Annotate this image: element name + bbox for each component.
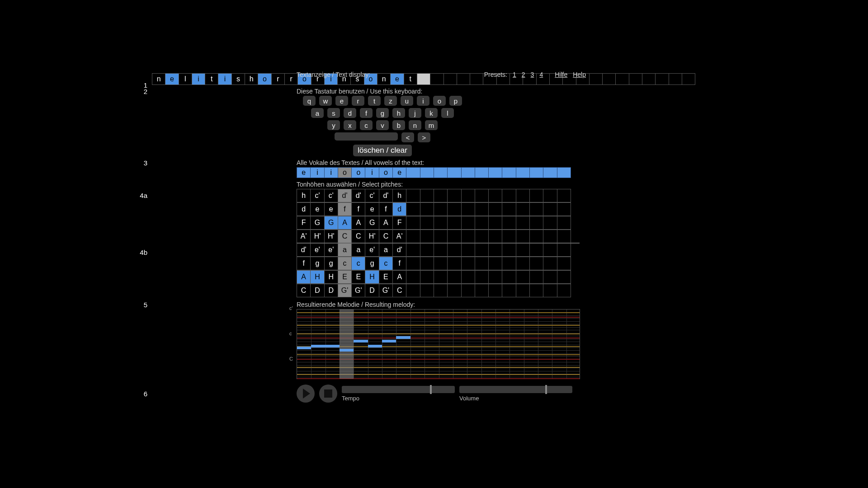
pitch-cell[interactable]: g bbox=[324, 257, 338, 270]
pitch-cell[interactable] bbox=[488, 284, 502, 297]
pitch-cell[interactable] bbox=[420, 270, 434, 284]
key-j[interactable]: j bbox=[409, 108, 421, 118]
pitch-cell[interactable]: d' bbox=[379, 189, 393, 202]
vowel-cell[interactable]: e bbox=[297, 167, 311, 178]
pitch-cell[interactable] bbox=[420, 243, 434, 257]
pitch-cell[interactable] bbox=[447, 284, 461, 297]
pitch-cell[interactable] bbox=[502, 189, 516, 202]
vowel-cell[interactable] bbox=[406, 167, 420, 178]
help-link[interactable]: Help bbox=[573, 71, 586, 78]
pitch-cell[interactable]: e bbox=[324, 202, 338, 216]
pitch-cell[interactable]: G bbox=[324, 216, 338, 230]
pitch-cell[interactable] bbox=[434, 230, 448, 243]
key-v[interactable]: v bbox=[376, 120, 389, 130]
play-button[interactable] bbox=[297, 385, 315, 403]
pitch-cell[interactable] bbox=[557, 270, 571, 284]
pitch-cell[interactable] bbox=[557, 243, 571, 257]
text-cell[interactable] bbox=[642, 73, 656, 85]
pitch-cell[interactable] bbox=[434, 202, 448, 216]
pitch-cell[interactable] bbox=[447, 243, 461, 257]
vowel-cell[interactable]: i bbox=[365, 167, 379, 178]
pitch-cell[interactable]: A bbox=[379, 216, 393, 230]
vowel-cell[interactable] bbox=[475, 167, 489, 178]
space-key[interactable] bbox=[335, 132, 398, 141]
vowel-cell[interactable]: i bbox=[310, 167, 324, 178]
pitch-cell[interactable]: H bbox=[310, 270, 324, 284]
pitch-cell[interactable] bbox=[516, 257, 530, 270]
pitch-cell[interactable] bbox=[406, 270, 420, 284]
clear-button[interactable]: löschen / clear bbox=[353, 145, 412, 156]
text-cell[interactable]: n bbox=[152, 73, 165, 85]
key-e[interactable]: e bbox=[335, 96, 348, 106]
pitch-cell[interactable] bbox=[447, 189, 461, 202]
pitch-cell[interactable] bbox=[406, 284, 420, 297]
pitch-cell[interactable]: G' bbox=[338, 284, 352, 297]
preset-4[interactable]: 4 bbox=[539, 71, 543, 78]
pitch-cell[interactable]: c bbox=[338, 257, 352, 270]
text-cell[interactable]: s bbox=[231, 73, 245, 85]
pitch-cell[interactable] bbox=[420, 230, 434, 243]
pitch-cell[interactable] bbox=[475, 284, 489, 297]
pitch-cell[interactable]: d bbox=[392, 202, 406, 216]
pitch-cell[interactable]: f bbox=[297, 257, 311, 270]
key-t[interactable]: t bbox=[368, 96, 381, 106]
pitch-cell[interactable] bbox=[529, 230, 543, 243]
pitch-cell[interactable] bbox=[461, 230, 475, 243]
pitch-cell[interactable]: a bbox=[338, 243, 352, 257]
pitch-cell[interactable]: H bbox=[324, 270, 338, 284]
key-n[interactable]: n bbox=[409, 120, 421, 130]
pitch-cell[interactable]: f bbox=[338, 202, 352, 216]
pitch-cell[interactable] bbox=[543, 216, 557, 230]
vowel-cell[interactable] bbox=[488, 167, 502, 178]
pitch-cell[interactable] bbox=[516, 243, 530, 257]
pitch-cell[interactable] bbox=[461, 243, 475, 257]
pitch-cell[interactable]: d' bbox=[392, 243, 406, 257]
pitch-cell[interactable] bbox=[502, 216, 516, 230]
pitch-cell[interactable]: C bbox=[338, 230, 352, 243]
pitch-cell[interactable] bbox=[516, 189, 530, 202]
pitch-cell[interactable]: H' bbox=[310, 230, 324, 243]
pitch-cell[interactable]: c' bbox=[324, 189, 338, 202]
key-m[interactable]: m bbox=[425, 120, 438, 130]
pitch-cell[interactable] bbox=[447, 257, 461, 270]
text-cell[interactable]: l bbox=[179, 73, 192, 85]
pitch-cell[interactable] bbox=[516, 216, 530, 230]
pitch-cell[interactable]: A' bbox=[392, 230, 406, 243]
volume-slider-thumb[interactable] bbox=[545, 385, 547, 394]
key-c[interactable]: c bbox=[360, 120, 373, 130]
pitch-cell[interactable] bbox=[543, 270, 557, 284]
key-p[interactable]: p bbox=[449, 96, 462, 106]
pitch-cell[interactable] bbox=[406, 243, 420, 257]
pitch-cell[interactable] bbox=[516, 230, 530, 243]
vowel-cell[interactable]: o bbox=[351, 167, 365, 178]
pitch-cell[interactable] bbox=[529, 216, 543, 230]
pitch-cell[interactable]: e bbox=[365, 202, 379, 216]
pitch-cell[interactable] bbox=[557, 284, 571, 297]
pitch-cell[interactable] bbox=[529, 189, 543, 202]
pitch-cell[interactable] bbox=[461, 189, 475, 202]
pitch-cell[interactable] bbox=[529, 270, 543, 284]
pitch-cell[interactable] bbox=[502, 230, 516, 243]
text-cell[interactable]: r bbox=[284, 73, 298, 85]
vowel-cell[interactable] bbox=[461, 167, 475, 178]
key-s[interactable]: s bbox=[327, 108, 340, 118]
preset-1[interactable]: 1 bbox=[513, 71, 516, 78]
key-h[interactable]: h bbox=[392, 108, 405, 118]
pitch-cell[interactable]: H' bbox=[324, 230, 338, 243]
pitch-cell[interactable] bbox=[543, 243, 557, 257]
key-x[interactable]: x bbox=[344, 120, 356, 130]
pitch-cell[interactable] bbox=[475, 202, 489, 216]
text-cell[interactable]: o bbox=[258, 73, 271, 85]
vowel-cell[interactable] bbox=[543, 167, 557, 178]
key-d[interactable]: d bbox=[344, 108, 356, 118]
pitch-cell[interactable]: G' bbox=[351, 284, 365, 297]
key-z[interactable]: z bbox=[384, 96, 397, 106]
pitch-cell[interactable] bbox=[488, 270, 502, 284]
key-k[interactable]: k bbox=[425, 108, 438, 118]
pitch-cell[interactable] bbox=[557, 230, 571, 243]
pitch-cell[interactable] bbox=[557, 257, 571, 270]
pitch-cell[interactable] bbox=[475, 257, 489, 270]
pitch-cell[interactable]: d bbox=[297, 202, 311, 216]
key-w[interactable]: w bbox=[319, 96, 332, 106]
pitch-cell[interactable]: D bbox=[365, 284, 379, 297]
